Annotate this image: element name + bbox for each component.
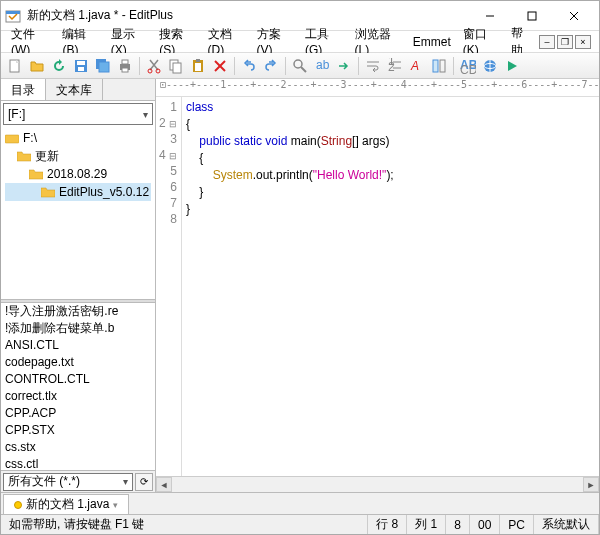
scroll-track[interactable] <box>172 477 583 492</box>
replace-icon[interactable]: ab <box>312 56 332 76</box>
sidebar: 目录 文本库 [F:] ▾ F:\ 更新 2018.08.29 EditPlus… <box>1 79 156 492</box>
redo-icon[interactable] <box>261 56 281 76</box>
svg-text:CD: CD <box>460 63 476 74</box>
tree-label: 2018.08.29 <box>47 167 107 181</box>
toolbar-separator <box>358 57 359 75</box>
svg-rect-1 <box>6 11 20 14</box>
menubar: 文件(W) 编辑(B) 显示(X) 搜索(S) 文档(D) 方案(V) 工具(G… <box>1 31 599 53</box>
modified-indicator-icon <box>14 501 22 509</box>
file-list[interactable]: !导入注册激活密钥.re !添加删除右键菜单.b ANSI.CTL codepa… <box>1 303 155 471</box>
list-item[interactable]: ANSI.CTL <box>1 337 155 354</box>
line-number: 6 <box>156 179 177 195</box>
toolbar-separator <box>139 57 140 75</box>
list-item[interactable]: !添加删除右键菜单.b <box>1 320 155 337</box>
line-number: 4 ⊟ <box>156 147 177 163</box>
code-editor[interactable]: class { public static void main(String[]… <box>182 97 599 476</box>
scroll-right-icon[interactable]: ► <box>583 477 599 492</box>
svg-line-26 <box>301 67 306 72</box>
scroll-left-icon[interactable]: ◄ <box>156 477 172 492</box>
save-all-icon[interactable] <box>93 56 113 76</box>
list-item[interactable]: CPP.STX <box>1 422 155 439</box>
svg-rect-34 <box>440 60 445 72</box>
status-encoding: 系统默认 <box>534 515 599 534</box>
tree-item-folder-selected[interactable]: EditPlus_v5.0.12 <box>5 183 151 201</box>
svg-rect-19 <box>173 63 181 73</box>
list-item[interactable]: CPP.ACP <box>1 405 155 422</box>
svg-rect-3 <box>528 12 536 20</box>
svg-rect-9 <box>77 61 85 65</box>
mdi-controls: – ❐ × <box>539 35 595 49</box>
tree-item-folder[interactable]: 2018.08.29 <box>5 165 151 183</box>
highlight-icon[interactable]: ABCD <box>458 56 478 76</box>
file-filter-row: 所有文件 (*.*) ▾ ⟳ <box>1 470 155 492</box>
save-icon[interactable] <box>71 56 91 76</box>
tree-item-drive[interactable]: F:\ <box>5 129 151 147</box>
tree-label: F:\ <box>23 131 37 145</box>
goto-icon[interactable] <box>334 56 354 76</box>
delete-icon[interactable] <box>210 56 230 76</box>
line-number: 1 <box>156 99 177 115</box>
document-tab[interactable]: 新的文档 1.java ▾ <box>3 494 129 514</box>
statusbar: 如需帮助, 请按键盘 F1 键 行 8 列 1 8 00 PC 系统默认 <box>1 514 599 534</box>
toolbar-separator <box>285 57 286 75</box>
fold-icon[interactable]: ⊟ <box>169 151 177 161</box>
line-number: 8 <box>156 211 177 227</box>
fold-icon[interactable]: ⊟ <box>169 119 177 129</box>
svg-rect-22 <box>196 59 200 62</box>
app-icon <box>5 8 21 24</box>
svg-point-25 <box>294 60 302 68</box>
menu-emmet[interactable]: Emmet <box>407 33 457 51</box>
svg-rect-12 <box>99 62 109 72</box>
paste-icon[interactable] <box>188 56 208 76</box>
list-item[interactable]: css.ctl <box>1 456 155 471</box>
browser-icon[interactable] <box>480 56 500 76</box>
mdi-minimize-icon[interactable]: – <box>539 35 555 49</box>
svg-rect-21 <box>195 63 201 71</box>
filter-refresh-icon[interactable]: ⟳ <box>135 473 153 491</box>
tab-dropdown-icon[interactable]: ▾ <box>113 500 118 510</box>
list-item[interactable]: CONTROL.CTL <box>1 371 155 388</box>
print-icon[interactable] <box>115 56 135 76</box>
sidebar-tab-library[interactable]: 文本库 <box>46 79 103 100</box>
undo-icon[interactable] <box>239 56 259 76</box>
columnsel-icon[interactable] <box>429 56 449 76</box>
tree-item-folder[interactable]: 更新 <box>5 147 151 165</box>
list-item[interactable]: !导入注册激活密钥.re <box>1 303 155 320</box>
list-item[interactable]: correct.tlx <box>1 388 155 405</box>
status-help: 如需帮助, 请按键盘 F1 键 <box>1 515 368 534</box>
close-button[interactable] <box>553 2 595 30</box>
run-icon[interactable] <box>502 56 522 76</box>
reload-icon[interactable] <box>49 56 69 76</box>
tree-label: 更新 <box>35 148 59 165</box>
list-item[interactable]: cs.stx <box>1 439 155 456</box>
find-icon[interactable] <box>290 56 310 76</box>
svg-rect-33 <box>433 60 438 72</box>
open-file-icon[interactable] <box>27 56 47 76</box>
chevron-down-icon: ▾ <box>143 109 148 120</box>
status-line: 行 8 <box>368 515 407 534</box>
drive-select[interactable]: [F:] ▾ <box>3 103 153 125</box>
wordwrap-icon[interactable] <box>363 56 383 76</box>
cut-icon[interactable] <box>144 56 164 76</box>
toolbar: ab 12 A ABCD <box>1 53 599 79</box>
mdi-close-icon[interactable]: × <box>575 35 591 49</box>
line-number: 5 <box>156 163 177 179</box>
font-icon[interactable]: A <box>407 56 427 76</box>
sidebar-tab-directory[interactable]: 目录 <box>1 79 46 100</box>
list-item[interactable]: codepage.txt <box>1 354 155 371</box>
linenum-icon[interactable]: 12 <box>385 56 405 76</box>
sidebar-tabs: 目录 文本库 <box>1 79 155 101</box>
folder-tree[interactable]: F:\ 更新 2018.08.29 EditPlus_v5.0.12 <box>1 127 155 299</box>
document-tab-label: 新的文档 1.java <box>26 496 109 513</box>
svg-rect-14 <box>122 60 128 64</box>
file-filter-select[interactable]: 所有文件 (*.*) ▾ <box>3 473 133 491</box>
file-filter-label: 所有文件 (*.*) <box>8 473 80 490</box>
horizontal-scrollbar[interactable]: ◄ ► <box>156 476 599 492</box>
mdi-restore-icon[interactable]: ❐ <box>557 35 573 49</box>
new-file-icon[interactable] <box>5 56 25 76</box>
svg-text:ab: ab <box>316 58 330 72</box>
svg-marker-40 <box>508 61 517 71</box>
line-number: 3 <box>156 131 177 147</box>
copy-icon[interactable] <box>166 56 186 76</box>
status-value2: 00 <box>470 515 500 534</box>
